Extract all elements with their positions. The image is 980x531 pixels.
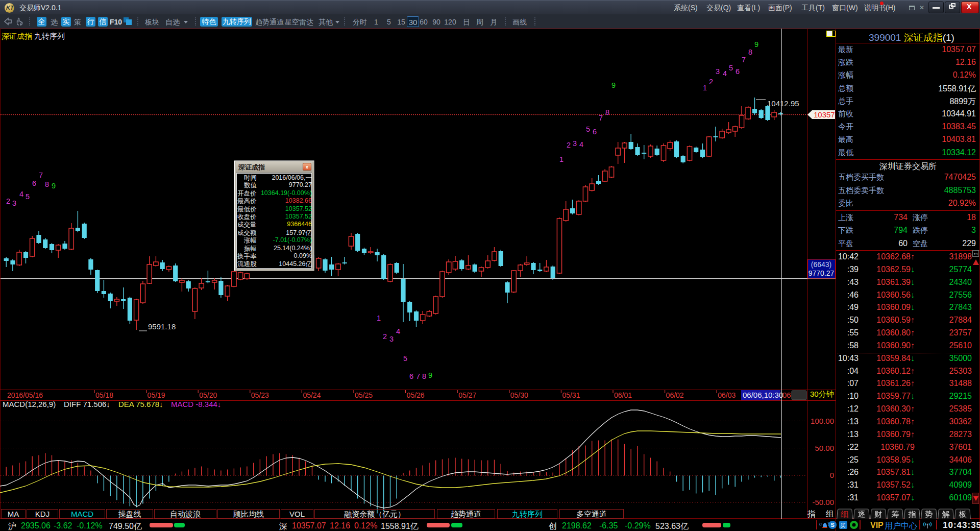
svg-text:7: 7	[599, 114, 603, 122]
svg-text:6: 6	[409, 372, 413, 380]
svg-text:9: 9	[611, 81, 616, 89]
svg-text:1: 1	[377, 314, 381, 322]
svg-text:6: 6	[736, 67, 740, 76]
svg-text:6: 6	[593, 128, 597, 136]
svg-text:9770.27: 9770.27	[808, 269, 835, 277]
svg-text:2016/05/16: 2016/05/16	[7, 391, 43, 399]
svg-text:06/02: 06/02	[666, 391, 684, 399]
svg-text:DIFF 71.506↓: DIFF 71.506↓	[64, 400, 110, 408]
svg-text:MACD(12,26,9): MACD(12,26,9)	[3, 400, 56, 408]
svg-text:2: 2	[709, 78, 713, 86]
svg-text:9: 9	[428, 371, 432, 379]
svg-text:06/06,10:30: 06/06,10:30	[743, 391, 783, 399]
svg-text:-50.00: -50.00	[812, 498, 834, 506]
svg-text:(6643): (6643)	[811, 260, 831, 269]
svg-text:4: 4	[723, 69, 727, 78]
svg-text:5: 5	[26, 192, 30, 201]
svg-text:3: 3	[389, 335, 394, 343]
svg-text:4: 4	[19, 190, 23, 198]
svg-text:05/23: 05/23	[251, 391, 269, 399]
svg-text:DEA 75.678↓: DEA 75.678↓	[118, 400, 163, 408]
svg-text:100.00: 100.00	[811, 417, 834, 425]
svg-text:九转序列: 九转序列	[34, 32, 65, 40]
svg-text:06/01: 06/01	[614, 391, 632, 399]
svg-text:S: S	[831, 522, 835, 528]
svg-text:3: 3	[12, 199, 16, 207]
svg-text:5: 5	[403, 354, 407, 363]
svg-text:05/31: 05/31	[562, 391, 580, 399]
svg-text:10357: 10357	[814, 110, 835, 119]
svg-text:6: 6	[32, 179, 36, 187]
svg-text:05/30: 05/30	[510, 391, 528, 399]
svg-text:06/03: 06/03	[718, 391, 736, 399]
svg-text:9: 9	[52, 182, 56, 190]
svg-text:05/20: 05/20	[199, 391, 217, 399]
svg-text:买: 买	[840, 522, 846, 528]
svg-text:0: 0	[830, 471, 834, 479]
svg-text:3: 3	[573, 139, 577, 148]
svg-text:05/27: 05/27	[458, 391, 476, 399]
svg-text:深证成指: 深证成指	[2, 32, 32, 40]
svg-text:05/19: 05/19	[148, 391, 165, 399]
svg-text:4: 4	[396, 327, 400, 335]
svg-text:2: 2	[567, 141, 571, 149]
svg-text:8: 8	[605, 108, 609, 116]
svg-text:1: 1	[559, 155, 564, 163]
svg-text:2: 2	[383, 332, 387, 341]
svg-text:MACD -8.344↓: MACD -8.344↓	[171, 400, 221, 408]
svg-text:7: 7	[39, 171, 43, 179]
svg-text:2: 2	[6, 197, 10, 205]
svg-text:7: 7	[416, 372, 420, 380]
svg-text:8: 8	[422, 372, 426, 380]
svg-text:05/18: 05/18	[95, 391, 113, 399]
svg-text:8: 8	[45, 180, 49, 188]
svg-text:3: 3	[716, 67, 720, 76]
svg-text:06: 06	[782, 391, 791, 399]
svg-text:7: 7	[742, 56, 746, 64]
svg-text:05/24: 05/24	[303, 391, 321, 399]
svg-text:4: 4	[579, 140, 583, 149]
svg-text:5: 5	[729, 64, 733, 72]
svg-text:9: 9	[754, 40, 758, 49]
svg-text:8: 8	[748, 48, 752, 56]
svg-text:5: 5	[586, 125, 590, 133]
svg-text:10412.95: 10412.95	[767, 99, 799, 108]
svg-text:05/25: 05/25	[355, 391, 373, 399]
svg-text:9591.18: 9591.18	[148, 322, 176, 331]
svg-text:30分钟: 30分钟	[810, 390, 834, 398]
svg-text:50.00: 50.00	[815, 444, 834, 452]
svg-text:1: 1	[703, 84, 707, 92]
svg-text:05/26: 05/26	[407, 391, 425, 399]
